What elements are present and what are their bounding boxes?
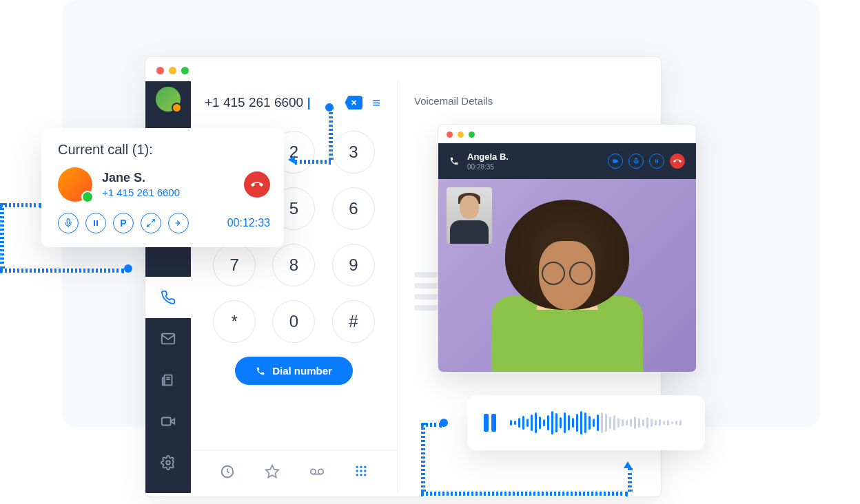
menu-icon[interactable]: ≡ bbox=[369, 100, 383, 105]
video-frame bbox=[438, 179, 696, 372]
annotation-line bbox=[421, 492, 628, 496]
video-self-thumbnail[interactable] bbox=[447, 187, 492, 244]
annotation-line bbox=[421, 423, 425, 492]
waveform[interactable] bbox=[510, 409, 688, 437]
annotation-dot bbox=[124, 264, 132, 273]
key-9[interactable]: 9 bbox=[332, 244, 375, 286]
annotation-line bbox=[0, 269, 124, 273]
sidebar-fax-icon[interactable] bbox=[145, 359, 191, 401]
svg-rect-27 bbox=[657, 159, 658, 162]
svg-point-15 bbox=[356, 470, 358, 472]
sidebar-mail-icon[interactable] bbox=[145, 318, 191, 359]
star-icon[interactable] bbox=[265, 464, 280, 482]
phone-input-row: +1 415 261 6600 | ✕ ≡ bbox=[191, 90, 397, 123]
close-dot[interactable] bbox=[156, 67, 164, 74]
close-dot[interactable] bbox=[447, 132, 453, 138]
svg-marker-8 bbox=[266, 465, 278, 477]
voicemail-player bbox=[467, 395, 705, 450]
svg-point-19 bbox=[360, 474, 362, 476]
video-caller-name: Angela B. bbox=[467, 151, 509, 162]
call-actions: P 00:12:33 bbox=[58, 213, 270, 233]
svg-point-16 bbox=[360, 470, 362, 472]
video-window: Angela B. 00:28:35 bbox=[438, 124, 697, 372]
svg-point-18 bbox=[356, 474, 358, 476]
annotation-arrow-icon bbox=[624, 461, 632, 468]
sidebar-settings-icon[interactable] bbox=[145, 442, 191, 483]
svg-rect-1 bbox=[163, 377, 165, 385]
video-main-participant bbox=[484, 193, 650, 372]
caller-avatar[interactable] bbox=[58, 167, 92, 202]
svg-point-10 bbox=[318, 469, 323, 474]
video-mic-icon[interactable] bbox=[628, 154, 644, 169]
phone-number-display[interactable]: +1 415 261 6600 | bbox=[205, 95, 338, 110]
dial-label: Dial number bbox=[272, 365, 332, 377]
svg-rect-23 bbox=[96, 220, 98, 226]
video-pause-icon[interactable] bbox=[649, 154, 664, 169]
park-icon[interactable]: P bbox=[113, 213, 134, 233]
caller-number[interactable]: +1 415 261 6600 bbox=[102, 187, 234, 198]
key-8[interactable]: 8 bbox=[272, 244, 315, 286]
svg-rect-4 bbox=[162, 418, 171, 426]
svg-rect-26 bbox=[655, 159, 656, 162]
svg-point-20 bbox=[365, 474, 367, 476]
svg-point-9 bbox=[311, 469, 316, 474]
annotation-line bbox=[0, 203, 41, 207]
video-camera-icon[interactable] bbox=[608, 154, 623, 169]
svg-point-17 bbox=[365, 470, 367, 472]
hangup-button[interactable] bbox=[244, 171, 270, 198]
key-7[interactable]: 7 bbox=[213, 244, 256, 286]
svg-point-13 bbox=[360, 466, 362, 468]
svg-line-25 bbox=[147, 224, 150, 227]
call-duration: 00:12:33 bbox=[227, 217, 270, 229]
video-call-duration: 00:28:35 bbox=[467, 163, 509, 171]
maximize-dot[interactable] bbox=[469, 132, 475, 138]
key-0[interactable]: 0 bbox=[272, 300, 315, 343]
annotation-line bbox=[329, 107, 333, 160]
annotation-line bbox=[628, 468, 632, 492]
svg-point-12 bbox=[356, 466, 358, 468]
video-hangup-icon[interactable] bbox=[670, 154, 685, 169]
phone-icon bbox=[449, 156, 459, 166]
video-window-controls bbox=[438, 125, 696, 143]
annotation-line bbox=[295, 160, 331, 164]
annotation-line bbox=[0, 203, 4, 269]
phone-icon bbox=[256, 366, 265, 376]
minimize-dot[interactable] bbox=[458, 132, 464, 138]
annotation-arrow-icon bbox=[288, 156, 295, 164]
key-6[interactable]: 6 bbox=[332, 187, 375, 230]
current-call-card: Current call (1): Jane S. +1 415 261 660… bbox=[41, 128, 284, 247]
caller-name: Jane S. bbox=[102, 171, 234, 185]
voicemail-pause-icon[interactable] bbox=[484, 414, 496, 432]
mute-icon[interactable] bbox=[58, 213, 79, 233]
expand-icon[interactable] bbox=[141, 213, 161, 233]
sidebar-video-icon[interactable] bbox=[145, 401, 191, 442]
key-hash[interactable]: # bbox=[332, 300, 375, 343]
history-icon[interactable] bbox=[220, 464, 235, 482]
current-call-title: Current call (1): bbox=[58, 142, 270, 158]
dial-button[interactable]: Dial number bbox=[235, 357, 353, 385]
keypad-icon[interactable] bbox=[354, 464, 368, 482]
user-avatar[interactable] bbox=[156, 87, 181, 112]
details-title: Voicemail Details bbox=[414, 95, 644, 107]
key-star[interactable]: * bbox=[213, 300, 256, 343]
svg-rect-22 bbox=[94, 220, 95, 226]
sidebar-phone-icon[interactable] bbox=[145, 277, 191, 318]
video-controls bbox=[608, 154, 685, 169]
minimize-dot[interactable] bbox=[169, 67, 176, 74]
maximize-dot[interactable] bbox=[181, 67, 189, 74]
video-header: Angela B. 00:28:35 bbox=[438, 143, 696, 179]
voicemail-icon[interactable] bbox=[309, 464, 325, 482]
backspace-icon[interactable]: ✕ bbox=[345, 96, 362, 109]
svg-line-24 bbox=[152, 220, 154, 222]
window-controls bbox=[145, 57, 661, 81]
transfer-icon[interactable] bbox=[168, 213, 189, 233]
key-3[interactable]: 3 bbox=[332, 131, 375, 174]
svg-point-14 bbox=[365, 466, 367, 468]
pause-icon[interactable] bbox=[85, 213, 106, 233]
bottom-tabs bbox=[191, 450, 397, 493]
svg-point-6 bbox=[166, 461, 170, 465]
